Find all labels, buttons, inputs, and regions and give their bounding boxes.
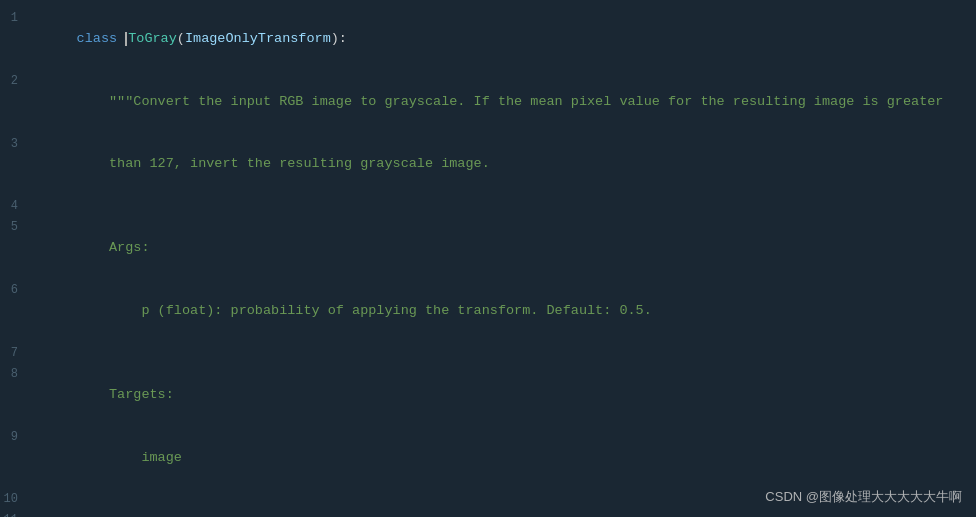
code-line-6: 6 p (float): probability of applying the… <box>0 280 976 343</box>
text-cursor <box>125 32 127 46</box>
line-content <box>28 343 968 364</box>
line-number: 5 <box>0 218 28 237</box>
docstring: p (float): probability of applying the t… <box>77 303 652 318</box>
docstring: than 127, invert the resulting grayscale… <box>77 156 490 171</box>
punc: ): <box>331 31 347 46</box>
docstring: """Convert the input RGB image to graysc… <box>77 94 944 109</box>
class-name: ToGray <box>128 31 177 46</box>
keyword-class: class <box>77 31 126 46</box>
code-line-11: 11 Image types: <box>0 510 976 517</box>
line-content: Targets: <box>28 364 968 427</box>
watermark: CSDN @图像处理大大大大大牛啊 <box>765 487 962 507</box>
code-line-8: 8 Targets: <box>0 364 976 427</box>
line-content: """Convert the input RGB image to graysc… <box>28 71 968 134</box>
line-content: Args: <box>28 217 968 280</box>
code-line-1: 1 class ToGray(ImageOnlyTransform): <box>0 8 976 71</box>
code-line-9: 9 image <box>0 427 976 490</box>
base-class: ImageOnlyTransform <box>185 31 331 46</box>
line-content: than 127, invert the resulting grayscale… <box>28 134 968 197</box>
line-content: image <box>28 427 968 490</box>
line-number: 1 <box>0 9 28 28</box>
code-line-3: 3 than 127, invert the resulting graysca… <box>0 134 976 197</box>
line-number: 2 <box>0 72 28 91</box>
line-number: 10 <box>0 490 28 509</box>
line-content <box>28 196 968 217</box>
code-line-7: 7 <box>0 343 976 364</box>
line-number: 6 <box>0 281 28 300</box>
line-number: 9 <box>0 428 28 447</box>
code-editor: 1 class ToGray(ImageOnlyTransform): 2 ""… <box>0 0 976 517</box>
line-number: 4 <box>0 197 28 216</box>
code-line-2: 2 """Convert the input RGB image to gray… <box>0 71 976 134</box>
punc: ( <box>177 31 185 46</box>
docstring: Targets: <box>77 387 174 402</box>
code-line-4: 4 <box>0 196 976 217</box>
line-number: 11 <box>0 511 28 517</box>
line-number: 3 <box>0 135 28 154</box>
docstring: image <box>77 450 182 465</box>
code-line-5: 5 Args: <box>0 217 976 280</box>
docstring: Args: <box>77 240 150 255</box>
line-content: Image types: <box>28 510 968 517</box>
line-content: class ToGray(ImageOnlyTransform): <box>28 8 968 71</box>
line-content: p (float): probability of applying the t… <box>28 280 968 343</box>
line-number: 7 <box>0 344 28 363</box>
line-number: 8 <box>0 365 28 384</box>
